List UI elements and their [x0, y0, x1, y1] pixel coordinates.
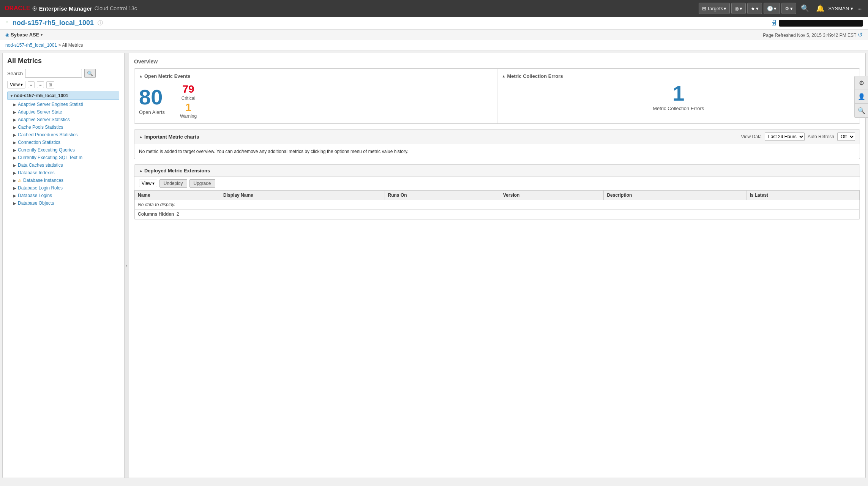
tree-item-label: Data Caches statistics	[18, 163, 63, 168]
auto-refresh-select[interactable]: Off On	[837, 133, 855, 141]
tree-item[interactable]: ▶Cached Procedures Statistics	[4, 131, 122, 139]
open-metric-events-label: Open Metric Events	[144, 73, 190, 79]
info-icon[interactable]: ⓘ	[98, 20, 103, 27]
user-menu-button[interactable]: SYSMAN ▾	[828, 6, 853, 11]
history-button[interactable]: 🕐 ▾	[764, 3, 780, 14]
view-dropdown-button[interactable]: View ▾	[7, 81, 25, 88]
collection-errors-label: Metric Collection Errors	[502, 106, 855, 111]
search-doc-icon-button[interactable]: 🔍	[855, 104, 868, 117]
more-options-button[interactable]: ···	[855, 3, 863, 14]
tree-item-label: Cache Pools Statistics	[18, 125, 63, 130]
metric-collection-errors-collapse-icon[interactable]: ▲	[502, 74, 506, 78]
oracle-text: ORACLE	[5, 5, 30, 12]
notifications-bell[interactable]: 🔔	[814, 3, 827, 14]
person-icon-button[interactable]: 👤	[855, 90, 868, 104]
tree-item[interactable]: ▶Adaptive Server State	[4, 108, 122, 116]
tree-item[interactable]: ▶Data Caches statistics	[4, 161, 122, 169]
target-name-label: nod-s157-rh5_local_1001	[13, 19, 94, 27]
refresh-button[interactable]: ↺	[858, 32, 863, 38]
upgrade-button[interactable]: Upgrade	[189, 179, 215, 188]
favorites-chevron: ▾	[756, 6, 759, 11]
topbar: ORACLE® Enterprise Manager Cloud Control…	[0, 0, 868, 17]
tree-item[interactable]: ▶Database Indexes	[4, 169, 122, 177]
sidebar-collapse-handle[interactable]: ‹	[124, 53, 129, 478]
monitoring-button[interactable]: ◎ ▾	[731, 3, 746, 14]
important-metric-charts-title: ▲ Important Metric charts	[139, 134, 199, 140]
deployed-metric-extensions-collapse-icon[interactable]: ▲	[139, 169, 143, 173]
tree-item[interactable]: ▶Adaptive Server Engines Statisti	[4, 101, 122, 108]
tree-item[interactable]: ▶Cache Pools Statistics	[4, 123, 122, 131]
view-row: View ▾ ≡ ≡ ⊞	[3, 81, 124, 92]
sybasebar: ◉ Sybase ASE ▾ Page Refreshed Nov 5, 201…	[0, 30, 868, 40]
metric-panels: ▲ Open Metric Events 80 Open Alerts 79 C…	[134, 68, 860, 124]
tree-item-arrow-icon: ▶	[13, 140, 16, 145]
tree-item-label: Database Objects	[18, 200, 54, 206]
target-status-up-icon: ↑	[5, 19, 9, 27]
sybase-label: Sybase ASE	[11, 32, 39, 38]
user-chevron-icon: ▾	[851, 6, 853, 11]
open-metric-events-panel: ▲ Open Metric Events 80 Open Alerts 79 C…	[134, 69, 497, 123]
tree-item-label: Database Indexes	[18, 170, 55, 175]
search-button[interactable]: 🔍	[84, 69, 96, 78]
subheader-right: 🗄	[771, 20, 863, 27]
targets-chevron: ▾	[724, 6, 726, 11]
important-metric-charts-header: ▲ Important Metric charts View Data Last…	[134, 129, 860, 144]
deployed-metric-extensions-title: ▲ Deployed Metric Extensions	[139, 168, 210, 174]
important-metric-charts-collapse-icon[interactable]: ▲	[139, 135, 143, 139]
history-chevron: ▾	[774, 6, 776, 11]
global-search-button[interactable]: 🔍	[798, 3, 812, 14]
tree-item-arrow-icon: ▶	[13, 156, 16, 160]
cloud-text: Cloud Control 13c	[95, 5, 137, 11]
tree-item-label: Adaptive Server Statistics	[18, 117, 70, 122]
setup-icon: ⚙	[785, 6, 789, 11]
view-chevron-icon: ▾	[21, 82, 23, 87]
breadcrumb-separator: >	[58, 43, 62, 48]
setup-button[interactable]: ⚙ ▾	[781, 3, 796, 14]
expand-all-button[interactable]: ≡	[28, 81, 35, 88]
search-input[interactable]	[25, 69, 82, 78]
tree-item-arrow-icon: ▶	[13, 186, 16, 190]
col-name: Name	[135, 191, 220, 200]
overview-label: Overview	[134, 58, 860, 65]
tree-item[interactable]: ▶Database Login Roles	[4, 184, 122, 192]
tree-item[interactable]: ▶Database Logins	[4, 192, 122, 199]
tree-root-node[interactable]: ▾ nod-s157-rh5_local_1001	[7, 92, 119, 100]
breadcrumb-link[interactable]: nod-s157-rh5_local_1001	[5, 43, 57, 48]
page-refresh-info: Page Refreshed Nov 5, 2015 3:49:42 PM ES…	[763, 31, 863, 38]
open-metric-events-collapse-icon[interactable]: ▲	[139, 74, 143, 78]
col-is-latest: Is Latest	[746, 191, 860, 200]
tree-item-arrow-icon: ▶	[13, 148, 16, 152]
gear-icon-button[interactable]: ⚙	[855, 76, 868, 90]
columns-hidden-label: Columns Hidden	[138, 211, 174, 217]
favorites-button[interactable]: ★ ▾	[747, 3, 762, 14]
collapse-all-button[interactable]: ≡	[37, 81, 44, 88]
tree-item[interactable]: ▶Adaptive Server Statistics	[4, 116, 122, 123]
favorites-icon: ★	[751, 6, 755, 11]
sybase-dropdown-button[interactable]: ▾	[41, 32, 43, 37]
targets-grid-icon: ⊞	[702, 6, 706, 11]
tree-action-3-button[interactable]: ⊞	[46, 81, 54, 88]
tree-item[interactable]: ▶Currently Executing SQL Text In	[4, 154, 122, 161]
warning-icon: ⚠	[18, 178, 22, 183]
tree-item[interactable]: ▶Currently Executing Queries	[4, 146, 122, 154]
targets-button[interactable]: ⊞ Targets ▾	[699, 3, 730, 14]
metric-collection-errors-label: Metric Collection Errors	[507, 73, 563, 79]
tree-item-label: Currently Executing Queries	[18, 147, 75, 153]
undeploy-button[interactable]: Undeploy	[159, 179, 187, 188]
table-header-row: Name Display Name Runs On Version Descri…	[135, 191, 860, 200]
tree-item-label: Connection Statistics	[18, 140, 60, 145]
tree-item[interactable]: ▶Database Objects	[4, 199, 122, 207]
important-metric-charts-panel: ▲ Important Metric charts View Data Last…	[134, 129, 860, 159]
history-icon: 🕐	[767, 6, 773, 11]
tree-item-arrow-icon: ▶	[13, 194, 16, 198]
tree-item[interactable]: ▶Connection Statistics	[4, 139, 122, 146]
columns-hidden-count: 2	[177, 211, 179, 217]
tree-item[interactable]: ▶⚠Database Instances	[4, 177, 122, 184]
open-alerts-number: 80	[139, 87, 165, 108]
tree-item-arrow-icon: ▶	[13, 103, 16, 107]
deployed-metric-extensions-table: Name Display Name Runs On Version Descri…	[134, 190, 860, 219]
col-version: Version	[500, 191, 604, 200]
view-data-select[interactable]: Last 24 Hours Last 7 Days Last 31 Days	[765, 133, 805, 141]
deployed-view-dropdown-button[interactable]: View ▾	[139, 180, 157, 187]
col-runs-on: Runs On	[385, 191, 500, 200]
